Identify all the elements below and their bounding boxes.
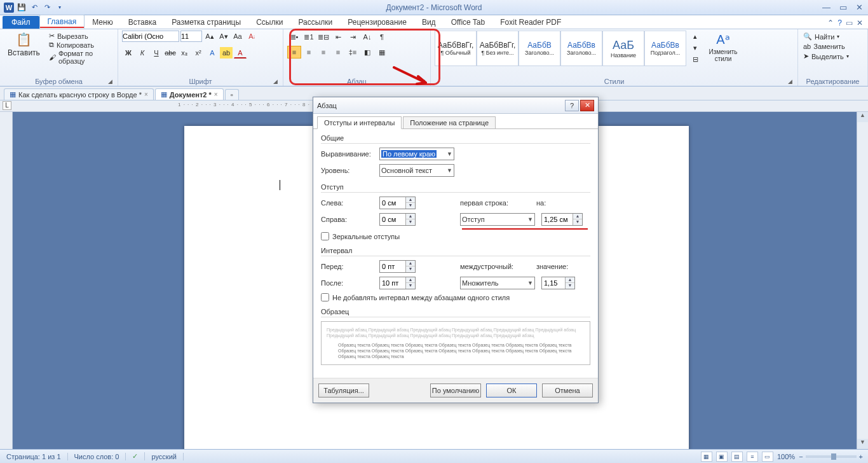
indent-right-input[interactable]: ▲▼ (379, 213, 416, 226)
paragraph-launcher[interactable]: ◢ (421, 78, 425, 85)
shrink-font-button[interactable]: A▾ (217, 31, 230, 42)
select-button[interactable]: ➤Выделить▾ (802, 52, 850, 61)
minimize-button[interactable]: — (820, 3, 833, 12)
no-space-same-style-checkbox[interactable]: Не добавлять интервал между абзацами одн… (321, 293, 590, 301)
scroll-down-icon[interactable]: ▼ (857, 439, 868, 449)
tab-layout[interactable]: Разметка страницы (164, 16, 248, 29)
style-item-0[interactable]: АаБбВвГг,¶ Обычный (435, 31, 477, 66)
italic-button[interactable]: К (136, 47, 149, 59)
view-draft[interactable]: ▭ (762, 452, 773, 462)
new-tab-button[interactable]: ▫ (225, 89, 239, 100)
cut-button[interactable]: ✂Вырезать (46, 32, 114, 40)
dialog-help-button[interactable]: ? (565, 100, 579, 111)
tab-menu[interactable]: Меню (85, 16, 120, 29)
style-item-3[interactable]: АаБбВвЗаголово... (560, 31, 602, 66)
align-center-button[interactable]: ≡ (302, 46, 316, 59)
superscript-button[interactable]: x² (192, 47, 205, 59)
outline-level-select[interactable]: Основной текст▼ (379, 164, 454, 177)
borders-button[interactable]: ▦ (375, 46, 389, 59)
strike-button[interactable]: abc (164, 47, 177, 59)
doc-tab-2[interactable]: ▦Документ2 *× (155, 88, 224, 100)
sort-button[interactable]: A↓ (360, 31, 374, 43)
space-before-input[interactable]: ▲▼ (379, 260, 416, 273)
first-line-select[interactable]: Отступ▼ (460, 213, 535, 226)
qat-more-icon[interactable]: ▾ (55, 3, 65, 13)
styles-more[interactable]: ⊟ (689, 53, 702, 65)
align-left-button[interactable]: ≡ (287, 46, 301, 59)
tab-line-page-breaks[interactable]: Положение на странице (403, 116, 496, 129)
redo-icon[interactable]: ↷ (42, 3, 52, 13)
subscript-button[interactable]: x₂ (178, 47, 191, 59)
mirror-indents-checkbox[interactable]: Зеркальные отступы (321, 232, 590, 240)
change-case-button[interactable]: Aa (231, 31, 244, 42)
help-icon[interactable]: ? (837, 18, 842, 27)
vertical-scrollbar[interactable]: ▲ ▼ (857, 112, 868, 449)
tab-foxit[interactable]: Foxit Reader PDF (492, 16, 569, 29)
tab-review[interactable]: Рецензирование (340, 16, 414, 29)
view-print-layout[interactable]: ▦ (701, 452, 712, 462)
undo-icon[interactable]: ↶ (29, 3, 39, 13)
zoom-value[interactable]: 100% (777, 453, 795, 460)
font-color-button[interactable]: A (234, 47, 247, 59)
bold-button[interactable]: Ж (122, 47, 135, 59)
tabs-button[interactable]: Табуляция... (318, 384, 369, 397)
grow-font-button[interactable]: A▴ (203, 31, 216, 42)
tab-insert[interactable]: Вставка (121, 16, 165, 29)
format-painter-button[interactable]: 🖌Формат по образцу (46, 50, 114, 65)
decrease-indent-button[interactable]: ⇤ (331, 31, 345, 43)
view-web[interactable]: ▤ (731, 452, 743, 462)
increase-indent-button[interactable]: ⇥ (346, 31, 360, 43)
status-proofing[interactable]: ✓ (126, 452, 145, 460)
style-item-1[interactable]: АаБбВвГг,¶ Без инте... (477, 31, 519, 66)
numbering-button[interactable]: ≣1 (302, 31, 316, 43)
close-button[interactable]: ✕ (853, 3, 865, 12)
change-styles-button[interactable]: Aᵃ Изменить стили (704, 31, 742, 64)
status-words[interactable]: Число слов: 0 (68, 453, 126, 460)
clipboard-launcher[interactable]: ◢ (108, 78, 112, 85)
paste-button[interactable]: 📋 Вставить (4, 31, 44, 59)
tab-home[interactable]: Главная (39, 15, 85, 29)
scroll-up-icon[interactable]: ▲ (857, 112, 868, 122)
close-tab-icon[interactable]: × (144, 91, 148, 98)
maximize-button[interactable]: ▭ (837, 3, 850, 12)
vertical-ruler[interactable] (0, 112, 13, 449)
file-tab[interactable]: Файл (3, 16, 39, 29)
space-after-input[interactable]: ▲▼ (379, 277, 416, 289)
doc-tab-1[interactable]: ▦Как сделать красную строку в Ворде *× (4, 88, 154, 100)
zoom-out-button[interactable]: − (799, 453, 803, 460)
replace-button[interactable]: abЗаменить (802, 42, 850, 51)
font-name-input[interactable] (122, 31, 179, 42)
styles-gallery[interactable]: АаБбВвГг,¶ ОбычныйАаБбВвГг,¶ Без инте...… (435, 31, 686, 66)
styles-scroll-down[interactable]: ▾ (689, 42, 702, 53)
style-item-4[interactable]: АаБНазвание (602, 31, 644, 66)
line-spacing-at-input[interactable]: ▲▼ (541, 277, 575, 289)
line-spacing-button[interactable]: ‡≡ (346, 46, 360, 59)
style-item-2[interactable]: АаБбВЗаголово... (519, 31, 560, 66)
underline-button[interactable]: Ч (150, 47, 163, 59)
save-icon[interactable]: 💾 (17, 3, 27, 13)
shading-button[interactable]: ◧ (360, 46, 374, 59)
indent-left-input[interactable]: ▲▼ (379, 197, 416, 209)
tab-references[interactable]: Ссылки (248, 16, 290, 29)
indent-by-input[interactable]: ▲▼ (541, 213, 583, 226)
view-fullscreen[interactable]: ▣ (716, 452, 728, 462)
view-outline[interactable]: ≡ (747, 452, 758, 462)
font-launcher[interactable]: ◢ (273, 78, 278, 85)
text-effects-button[interactable]: A (206, 47, 219, 59)
win-close-icon[interactable]: ✕ (857, 18, 863, 27)
line-spacing-select[interactable]: Множитель▼ (460, 277, 535, 289)
zoom-in-button[interactable]: + (859, 453, 863, 460)
tab-office[interactable]: Office Tab (444, 16, 493, 29)
align-right-button[interactable]: ≡ (316, 46, 330, 59)
show-marks-button[interactable]: ¶ (375, 31, 389, 43)
dialog-close-button[interactable]: ✕ (580, 100, 594, 111)
tab-view[interactable]: Вид (414, 16, 444, 29)
style-item-5[interactable]: АаБбВвПодзагол... (644, 31, 686, 66)
find-button[interactable]: 🔍Найти▾ (802, 32, 850, 41)
status-language[interactable]: русский (145, 453, 183, 460)
align-justify-button[interactable]: ≡ (331, 46, 345, 59)
font-size-input[interactable] (180, 31, 202, 42)
copy-button[interactable]: ⧉Копировать (46, 41, 114, 49)
tab-selector[interactable]: L (3, 101, 11, 110)
zoom-slider[interactable] (806, 455, 857, 458)
